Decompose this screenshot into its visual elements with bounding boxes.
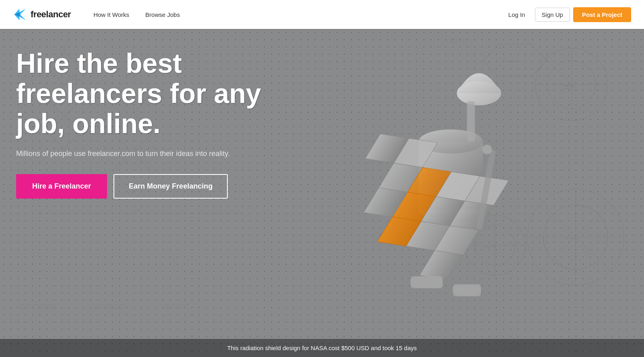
svg-text:radiation module: radiation module	[165, 307, 184, 309]
hero-caption: This radiation shield design for NASA co…	[0, 339, 644, 357]
navbar: freelancer How It Works Browse Jobs Log …	[0, 0, 644, 29]
svg-point-69	[482, 145, 492, 154]
nav-browse-jobs[interactable]: Browse Jobs	[139, 8, 186, 21]
logo-text: freelancer	[31, 9, 71, 20]
caption-text: This radiation shield design for NASA co…	[227, 345, 417, 351]
hero-content: Hire the best freelancers for any job, o…	[16, 48, 278, 199]
hero-buttons: Hire a Freelancer Earn Money Freelancing	[16, 174, 278, 199]
svg-text:radiation shield contains a 3D: radiation shield contains a 3D	[20, 304, 56, 306]
svg-text:itself to shield deployed: itself to shield deployed	[93, 307, 123, 310]
logo-link[interactable]: freelancer	[13, 7, 71, 22]
hero-subtext: Millions of people use freelancer.com to…	[16, 148, 242, 160]
svg-rect-73	[453, 284, 481, 296]
hero-section: Trade Module radiation shield contains a…	[0, 0, 644, 357]
nav-how-it-works[interactable]: How It Works	[87, 8, 136, 21]
hero-headline: Hire the best freelancers for any job, o…	[16, 48, 278, 138]
signup-button[interactable]: Sign Up	[535, 8, 570, 22]
svg-text:printer that makes replaceable: printer that makes replaceable	[20, 307, 56, 310]
nav-right: Log In Sign Up Post a Project	[502, 7, 631, 22]
login-button[interactable]: Log In	[502, 8, 532, 21]
hire-freelancer-button[interactable]: Hire a Freelancer	[16, 174, 107, 199]
earn-money-button[interactable]: Earn Money Freelancing	[114, 174, 228, 199]
freelancer-logo-icon	[13, 7, 27, 22]
rocket-svg	[282, 29, 612, 357]
svg-text:1,524m: 1,524m	[133, 209, 140, 211]
svg-text:Each unit containing: Each unit containing	[165, 304, 189, 306]
svg-rect-53	[467, 101, 475, 142]
post-project-button[interactable]: Post a Project	[573, 7, 631, 22]
rocket-3d-object	[282, 29, 612, 357]
nav-links: How It Works Browse Jobs	[87, 8, 502, 21]
svg-text:1 piece of radiation shield: 1 piece of radiation shield	[93, 304, 125, 306]
svg-rect-71	[411, 276, 443, 288]
